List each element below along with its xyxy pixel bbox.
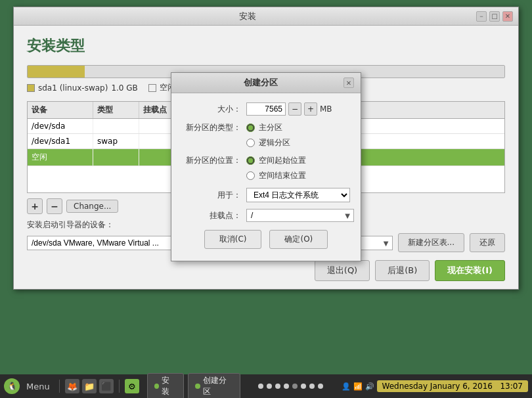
install-now-button[interactable]: 现在安装(I)	[435, 260, 505, 281]
use-select[interactable]: Ext4 日志文件系统	[246, 188, 350, 202]
type-radio-group: 主分区 逻辑分区	[246, 122, 290, 148]
legend-swap: sda1 (linux-swap) 1.0 GB	[27, 82, 138, 93]
swatch-free	[148, 84, 156, 92]
date-label: Wednesday January 6, 2016	[382, 382, 493, 391]
type-control: 主分区 逻辑分区	[246, 122, 350, 148]
td-device-0: /dev/sda	[28, 119, 93, 133]
restore-button[interactable]: 还原	[470, 233, 505, 252]
size-input[interactable]	[246, 102, 286, 116]
radio-end[interactable]: 空间结束位置	[246, 170, 306, 181]
mount-label: 挂载点：	[182, 210, 241, 221]
time-label: 13:07	[500, 382, 523, 391]
mount-input[interactable]	[246, 209, 354, 222]
workspace-dot-3[interactable]	[275, 384, 280, 389]
taskbar-install-icon[interactable]: ⚙	[125, 379, 139, 393]
linux-icon[interactable]: 🐧	[4, 378, 20, 394]
swatch-swap	[27, 84, 35, 92]
taskbar-browser-icon[interactable]: 🦊	[65, 379, 79, 393]
quit-button[interactable]: 退出(Q)	[315, 260, 370, 281]
radio-start-label: 空间起始位置	[259, 155, 306, 166]
type-label: 新分区的类型：	[182, 122, 241, 133]
confirm-button[interactable]: 确定(O)	[269, 230, 328, 249]
radio-logical[interactable]: 逻辑分区	[246, 137, 290, 148]
close-button[interactable]: ✕	[502, 11, 513, 22]
taskbar-install-app[interactable]: 安装	[147, 373, 184, 398]
size-increment-button[interactable]: +	[304, 102, 317, 116]
th-type: 类型	[93, 102, 139, 118]
workspace-dot-4[interactable]	[284, 384, 289, 389]
new-partition-table-button[interactable]: 新建分区表...	[398, 233, 464, 252]
menu-button[interactable]: Menu	[22, 380, 54, 393]
taskbar-create-partition-app[interactable]: 创建分区	[188, 373, 240, 398]
taskbar-app2-label: 创建分区	[203, 375, 233, 397]
radio-end-input[interactable]	[246, 171, 255, 180]
legend-swap-size: 1.0 GB	[111, 83, 137, 93]
workspace-dot-8[interactable]	[318, 384, 323, 389]
workspace-dot-5[interactable]	[292, 384, 298, 389]
back-button[interactable]: 后退(B)	[375, 260, 430, 281]
taskbar-separator-2	[119, 380, 120, 393]
workspace-dot-1[interactable]	[258, 384, 263, 389]
taskbar: 🐧 Menu 🦊 📁 ⬛ ⚙ 安装 创建分区	[0, 374, 532, 398]
maximize-button[interactable]: □	[489, 11, 500, 22]
window-title: 安装	[19, 11, 476, 22]
volume-icon: 🔊	[365, 382, 374, 391]
size-decrement-button[interactable]: −	[288, 102, 301, 116]
radio-start[interactable]: 空间起始位置	[246, 155, 306, 166]
cancel-button[interactable]: 取消(C)	[204, 230, 262, 249]
radio-start-input[interactable]	[246, 156, 255, 165]
page-title: 安装类型	[27, 36, 505, 56]
radio-primary-input[interactable]	[246, 123, 255, 132]
dialog-body: 大小： − + MB 新分区的类型： 主分区 逻辑分区	[171, 93, 361, 261]
radio-end-label: 空间结束位置	[259, 170, 306, 181]
dialog-title: 创建分区	[178, 77, 344, 89]
size-unit: MB	[320, 104, 332, 114]
taskbar-middle: 安装 创建分区	[143, 373, 244, 398]
title-controls: － □ ✕	[476, 11, 513, 22]
dialog-title-bar: 创建分区 ✕	[171, 73, 361, 93]
position-control: 空间起始位置 空间结束位置	[246, 155, 350, 181]
td-type-0	[93, 119, 139, 133]
position-label: 新分区的位置：	[182, 155, 241, 166]
taskbar-terminal-icon[interactable]: ⬛	[99, 379, 114, 393]
taskbar-workspace-dots	[244, 384, 338, 389]
datetime-display[interactable]: Wednesday January 6, 2016 13:07	[377, 380, 528, 392]
use-control: Ext4 日志文件系统	[246, 188, 350, 202]
taskbar-right: 👤 📶 🔊 Wednesday January 6, 2016 13:07	[338, 380, 532, 392]
partition-type-row: 新分区的类型： 主分区 逻辑分区	[182, 122, 350, 148]
taskbar-left: 🐧 Menu 🦊 📁 ⬛ ⚙	[0, 378, 143, 394]
td-type-1: swap	[93, 134, 139, 148]
mount-control: ▼	[246, 209, 354, 222]
td-device-2: 空闲	[28, 149, 93, 166]
size-row: 大小： − + MB	[182, 102, 350, 116]
td-device-1: /dev/sda1	[28, 134, 93, 148]
workspace-dot-2[interactable]	[267, 384, 272, 389]
mount-row: 挂载点： ▼	[182, 209, 350, 222]
position-row: 新分区的位置： 空间起始位置 空间结束位置	[182, 155, 350, 181]
change-partition-button[interactable]: Change...	[66, 200, 118, 213]
remove-partition-button[interactable]: −	[47, 198, 62, 214]
minimize-button[interactable]: －	[476, 11, 487, 22]
network-icon: 📶	[353, 382, 363, 391]
disk-segment-swap	[28, 66, 85, 77]
dialog-buttons: 取消(C) 确定(O)	[182, 230, 350, 252]
radio-logical-input[interactable]	[246, 139, 255, 147]
legend-swap-label: sda1 (linux-swap)	[38, 83, 108, 93]
workspace-dot-7[interactable]	[309, 384, 315, 389]
workspace-dot-6[interactable]	[301, 384, 306, 389]
add-partition-button[interactable]: +	[27, 198, 43, 214]
th-device: 设备	[28, 102, 93, 118]
dialog-close-button[interactable]: ✕	[344, 77, 354, 88]
radio-logical-label: 逻辑分区	[259, 137, 290, 148]
mount-input-wrap: ▼	[246, 209, 354, 222]
nav-buttons: 退出(Q) 后退(B) 现在安装(I)	[27, 260, 505, 281]
td-type-2	[93, 149, 139, 166]
create-partition-dialog: 创建分区 ✕ 大小： − + MB 新分区的类型： 主分区	[171, 72, 361, 261]
radio-primary-label: 主分区	[259, 122, 282, 133]
position-radio-group: 空间起始位置 空间结束位置	[246, 155, 306, 181]
sys-icons: 👤 📶 🔊	[342, 382, 374, 391]
radio-primary[interactable]: 主分区	[246, 122, 290, 133]
taskbar-files-icon[interactable]: 📁	[82, 379, 97, 393]
size-control: − + MB	[246, 102, 350, 116]
app-dot-2	[195, 384, 200, 389]
